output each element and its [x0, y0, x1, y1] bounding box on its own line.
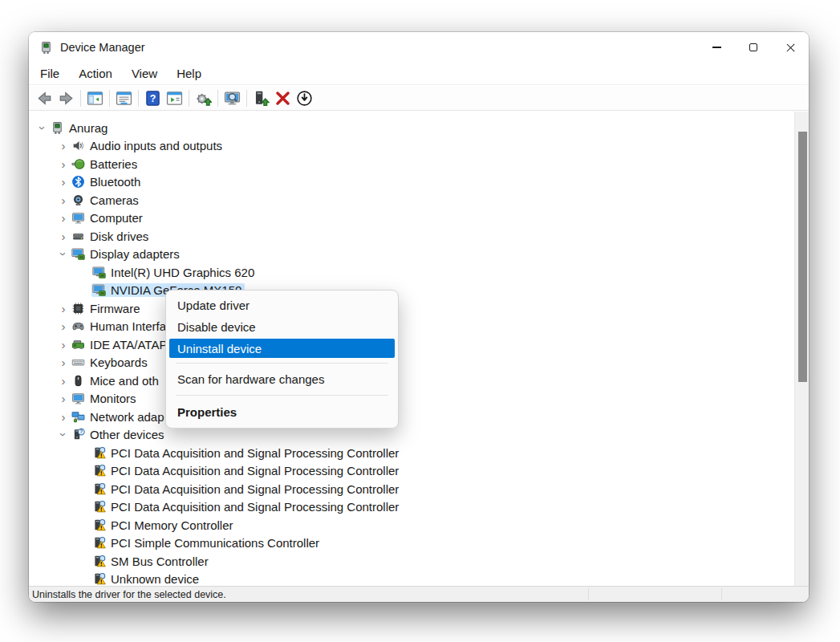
tree-item-pci-data-2[interactable]: PCI Data Acquisition and Signal Processi… — [29, 462, 794, 481]
back-arrow-icon — [36, 90, 53, 107]
menu-help[interactable]: Help — [169, 64, 209, 83]
tree-item-unknown-device[interactable]: Unknown device — [29, 571, 794, 587]
close-button[interactable] — [772, 32, 809, 63]
chevron-right-icon[interactable] — [56, 392, 71, 406]
chevron-right-icon[interactable] — [56, 193, 71, 207]
tree-item-disk-drives[interactable]: Disk drives — [29, 227, 794, 246]
chevron-right-icon[interactable] — [56, 211, 71, 226]
context-menu-separator — [176, 395, 388, 396]
tree-item-label: Monitors — [90, 392, 136, 405]
chevron-right-icon[interactable] — [56, 319, 71, 334]
tree-item-label: Keyboards — [90, 356, 148, 369]
warning-device-icon — [92, 482, 106, 496]
context-menu-disable-device[interactable]: Disable device — [166, 316, 398, 338]
warning-device-icon — [92, 572, 106, 586]
tree-item-label: Display adapters — [90, 247, 180, 261]
tree-item-label: IDE ATA/ATAPI — [90, 338, 171, 351]
menu-view[interactable]: View — [124, 64, 164, 83]
context-menu-uninstall-device[interactable]: Uninstall device — [169, 339, 395, 358]
chevron-down-icon[interactable] — [56, 428, 71, 442]
tree-item-label: Unknown device — [111, 572, 199, 586]
chevron-right-icon[interactable] — [56, 175, 71, 189]
scan-hardware-changes-button[interactable] — [221, 87, 243, 108]
tree-item-label: Bluetooth — [90, 175, 140, 189]
chevron-down-icon[interactable] — [35, 120, 50, 135]
tree-item-pci-simple-comms[interactable]: PCI Simple Communications Controller — [29, 534, 794, 553]
chevron-right-icon[interactable] — [56, 301, 71, 315]
ide-board-icon — [71, 338, 85, 351]
show-console-tree-button[interactable] — [84, 87, 106, 108]
help-icon — [144, 90, 161, 107]
tree-item-label: PCI Data Acquisition and Signal Processi… — [111, 446, 399, 460]
close-icon — [785, 43, 796, 53]
scrollbar-thumb[interactable] — [798, 132, 807, 382]
tree-item-nvidia-geforce-mx150[interactable]: NVIDIA GeForce MX150 — [29, 282, 794, 300]
context-menu: Update driver Disable device Uninstall d… — [165, 290, 399, 429]
display-adapter-icon — [71, 247, 85, 261]
tree-item-label: PCI Data Acquisition and Signal Processi… — [111, 500, 399, 514]
tree-item-other-devices[interactable]: Other devices — [29, 426, 794, 445]
tree-item-pci-data-1[interactable]: PCI Data Acquisition and Signal Processi… — [29, 444, 794, 462]
warning-device-icon — [92, 518, 106, 532]
context-menu-scan-hardware-changes[interactable]: Scan for hardware changes — [166, 368, 398, 390]
forward-button[interactable] — [55, 87, 77, 108]
tree-item-network-adapters[interactable]: Network adap — [29, 408, 794, 426]
tree-item-batteries[interactable]: Batteries — [29, 155, 794, 173]
toolbar-separator — [138, 90, 139, 107]
maximize-button[interactable] — [735, 32, 772, 63]
disable-device-button[interactable] — [294, 87, 315, 108]
display-adapter-icon — [92, 266, 106, 279]
context-menu-properties[interactable]: Properties — [166, 400, 398, 423]
tree-item-human-interface[interactable]: Human Interfa — [29, 318, 794, 336]
back-button[interactable] — [34, 87, 55, 108]
chevron-spacer — [77, 554, 91, 568]
tree-item-firmware[interactable]: Firmware — [29, 299, 794, 318]
tree-item-pci-memory[interactable]: PCI Memory Controller — [29, 516, 794, 534]
properties-button[interactable] — [113, 87, 135, 108]
tree-item-monitors[interactable]: Monitors — [29, 390, 794, 408]
remove-device-button[interactable] — [272, 87, 294, 108]
menu-file[interactable]: File — [33, 64, 67, 83]
keyboard-icon — [71, 356, 85, 369]
tree-item-pci-data-3[interactable]: PCI Data Acquisition and Signal Processi… — [29, 480, 794, 498]
tree-item-anurag[interactable]: Anurag — [29, 119, 794, 137]
device-tree: Anurag Audio inputs and outputs Batterie… — [29, 112, 794, 586]
chevron-spacer — [77, 536, 91, 551]
title-bar[interactable]: Device Manager — [29, 32, 809, 63]
battery-icon — [71, 157, 85, 171]
vertical-scrollbar[interactable] — [794, 112, 809, 586]
status-text: Uninstalls the driver for the selected d… — [29, 589, 226, 600]
tree-item-audio[interactable]: Audio inputs and outputs — [29, 137, 794, 156]
context-menu-update-driver[interactable]: Update driver — [166, 295, 398, 316]
update-driver-button[interactable] — [193, 87, 214, 108]
tree-item-ide-ata-atapi[interactable]: IDE ATA/ATAPI — [29, 335, 794, 354]
tree-item-bluetooth[interactable]: Bluetooth — [29, 173, 794, 192]
chevron-spacer — [77, 572, 91, 586]
chevron-right-icon[interactable] — [56, 156, 71, 171]
chevron-right-icon[interactable] — [56, 229, 71, 243]
menu-action[interactable]: Action — [71, 64, 120, 83]
update-driver-gear-icon — [195, 90, 212, 107]
tree-item-keyboards[interactable]: Keyboards — [29, 354, 794, 372]
show-action-pane-button[interactable] — [164, 87, 185, 108]
tree-item-cameras[interactable]: Cameras — [29, 191, 794, 209]
chevron-down-icon[interactable] — [56, 247, 71, 262]
chevron-right-icon[interactable] — [56, 409, 71, 424]
window-title: Device Manager — [60, 41, 145, 54]
uninstall-driver-button[interactable] — [250, 87, 272, 108]
chevron-right-icon[interactable] — [56, 139, 71, 153]
tree-item-sm-bus[interactable]: SM Bus Controller — [29, 552, 794, 571]
chevron-right-icon[interactable] — [56, 337, 71, 351]
chevron-right-icon[interactable] — [56, 356, 71, 370]
tree-item-intel-uhd-620[interactable]: Intel(R) UHD Graphics 620 — [29, 263, 794, 282]
toolbar-separator — [109, 90, 110, 107]
tree-item-computer[interactable]: Computer — [29, 209, 794, 228]
tree-item-pci-data-4[interactable]: PCI Data Acquisition and Signal Processi… — [29, 498, 794, 517]
tree-item-display-adapters[interactable]: Display adapters — [29, 246, 794, 264]
status-bar-divider — [721, 588, 722, 600]
device-up-arrow-icon — [253, 90, 270, 107]
tree-item-mice[interactable]: Mice and oth — [29, 372, 794, 390]
chevron-right-icon[interactable] — [56, 373, 71, 388]
minimize-button[interactable] — [698, 32, 735, 63]
help-button[interactable] — [142, 87, 164, 108]
